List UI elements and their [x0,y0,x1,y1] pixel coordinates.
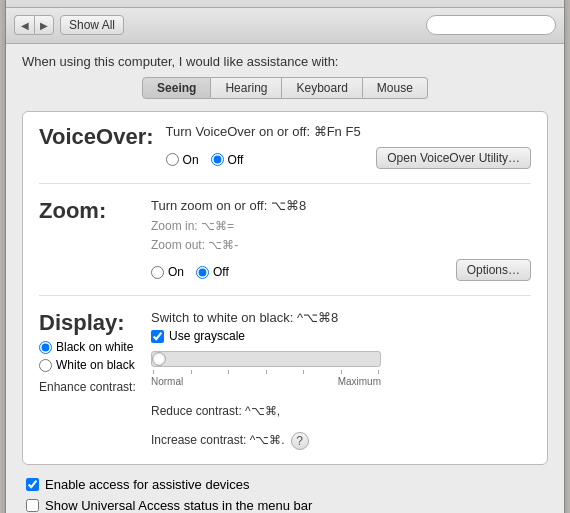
tab-hearing[interactable]: Hearing [211,77,282,99]
tick-2 [191,370,192,374]
tick-1 [153,370,154,374]
tab-mouse[interactable]: Mouse [363,77,428,99]
tabs: Seeing Hearing Keyboard Mouse [22,77,548,99]
voiceover-radio-group: On Off [166,153,244,167]
contrast-shortcuts: Reduce contrast: ^⌥⌘, Increase contrast:… [151,393,285,450]
grayscale-checkbox[interactable] [151,330,164,343]
show-all-button[interactable]: Show All [60,15,124,35]
display-left: Display: Black on white White on black [39,310,139,398]
black-on-white-radio[interactable] [39,341,52,354]
black-on-white-label[interactable]: Black on white [39,340,139,354]
search-input[interactable] [426,15,556,35]
zoom-section: Zoom: Turn zoom on or off: ⌥⌘8 Zoom in: … [39,198,531,296]
assistance-label: When using this computer, I would like a… [22,54,548,69]
display-radio-group: Black on white White on black [39,340,139,372]
forward-button[interactable]: ▶ [34,15,54,35]
show-status-label[interactable]: Show Universal Access status in the menu… [26,498,544,513]
voiceover-desc: Turn VoiceOver on or off: ⌘Fn F5 [166,124,361,139]
zoom-on-label[interactable]: On [151,265,184,279]
zoom-options-button[interactable]: Options… [456,259,531,281]
white-on-black-label[interactable]: White on black [39,358,139,372]
zoom-off-label[interactable]: Off [196,265,229,279]
contrast-label: Enhance contrast: [39,380,139,394]
tab-keyboard[interactable]: Keyboard [282,77,362,99]
voiceover-row: VoiceOver: Turn VoiceOver on or off: ⌘Fn… [39,124,531,169]
slider-wrapper: Normal Maximum [151,351,381,387]
titlebar: Universal Access [6,0,564,8]
search-wrapper: 🔍 [426,15,556,35]
zoom-controls: Turn zoom on or off: ⌥⌘8 Zoom in: ⌥⌘= Zo… [151,198,531,281]
bottom-checkboxes: Enable access for assistive devices Show… [22,477,548,513]
enable-access-checkbox[interactable] [26,478,39,491]
toolbar: ◀ ▶ Show All 🔍 [6,8,564,44]
zoom-out-desc: Zoom out: ⌥⌘- [151,236,531,255]
contrast-row: Normal Maximum Reduce contrast: ^⌥⌘, Inc… [151,351,531,450]
voiceover-title: VoiceOver: [39,124,154,150]
voiceover-controls: Turn VoiceOver on or off: ⌘Fn F5 On [166,124,531,169]
voiceover-on-label[interactable]: On [166,153,199,167]
white-on-black-radio[interactable] [39,359,52,372]
slider-ticks [151,370,381,374]
help-icon[interactable]: ? [291,432,309,450]
display-row: Display: Black on white White on black [39,310,531,450]
display-desc: Switch to white on black: ^⌥⌘8 [151,310,531,325]
voiceover-section: VoiceOver: Turn VoiceOver on or off: ⌘Fn… [39,124,531,184]
contrast-slider[interactable] [151,351,381,367]
tick-3 [228,370,229,374]
display-right: Switch to white on black: ^⌥⌘8 Use grays… [151,310,531,450]
zoom-desc: Turn zoom on or off: ⌥⌘8 [151,198,531,213]
zoom-off-radio[interactable] [196,266,209,279]
increase-contrast-label: Increase contrast: ^⌥⌘. [151,430,285,450]
grayscale-checkbox-label[interactable]: Use grayscale [151,329,531,343]
window-title: Universal Access [231,0,338,1]
nav-group: ◀ ▶ [14,15,54,35]
slider-labels: Normal Maximum [151,376,381,387]
open-voiceover-utility-button[interactable]: Open VoiceOver Utility… [376,147,531,169]
display-section: Display: Black on white White on black [39,310,531,450]
voiceover-on-radio[interactable] [166,153,179,166]
window: Universal Access ◀ ▶ Show All 🔍 When usi… [5,0,565,513]
back-button[interactable]: ◀ [14,15,34,35]
content: When using this computer, I would like a… [6,44,564,513]
reduce-contrast-label: Reduce contrast: ^⌥⌘, [151,401,285,421]
show-status-checkbox[interactable] [26,499,39,512]
display-title: Display: [39,310,139,336]
zoom-on-radio[interactable] [151,266,164,279]
zoom-row: Zoom: Turn zoom on or off: ⌥⌘8 Zoom in: … [39,198,531,281]
tick-5 [303,370,304,374]
voiceover-right-row: Turn VoiceOver on or off: ⌘Fn F5 [166,124,531,143]
tick-4 [266,370,267,374]
tick-6 [341,370,342,374]
voiceover-off-label[interactable]: Off [211,153,244,167]
tick-7 [378,370,379,374]
tab-seeing[interactable]: Seeing [142,77,211,99]
voiceover-off-radio[interactable] [211,153,224,166]
contrast-slider-row: Normal Maximum [151,351,531,387]
enable-access-label[interactable]: Enable access for assistive devices [26,477,544,492]
zoom-title: Zoom: [39,198,139,224]
zoom-in-desc: Zoom in: ⌥⌘= [151,217,531,236]
zoom-radio-group: On Off [151,265,229,279]
main-panel: VoiceOver: Turn VoiceOver on or off: ⌘Fn… [22,111,548,465]
